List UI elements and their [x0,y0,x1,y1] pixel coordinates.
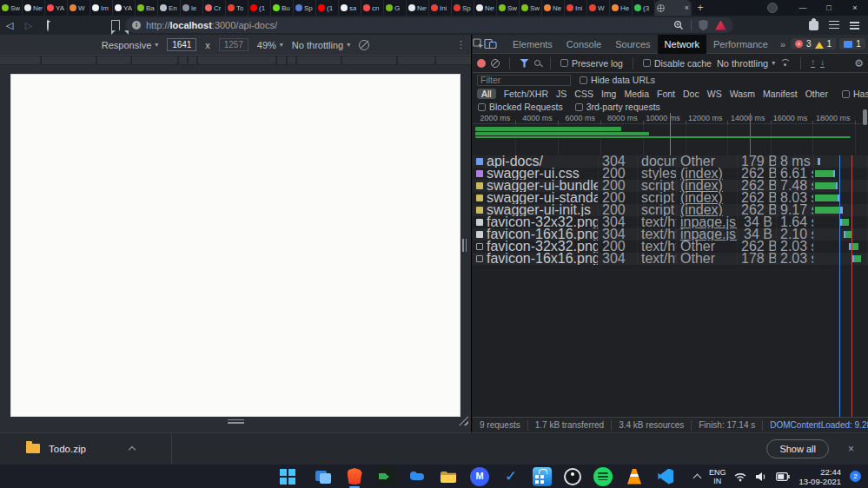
devtools-tab[interactable]: Network [658,35,706,54]
bookmark-icon[interactable] [111,20,120,30]
browser-tab[interactable]: Ini [429,0,452,16]
device-mode-select[interactable]: Responsive▾ [102,40,159,50]
console-status-badges[interactable]: × 3 1 [791,38,836,49]
forward-button[interactable]: ▷ [19,20,38,31]
browser-tab[interactable]: Ba [136,0,158,16]
throttling-select[interactable]: No throttling▾ [292,40,350,50]
resource-filter-chip[interactable]: All [477,89,496,99]
maximize-button[interactable]: □ [816,0,842,16]
network-conditions-icon[interactable] [780,59,791,67]
request-initiator-cell[interactable]: (index) [677,192,738,204]
export-har-icon[interactable]: ↓ [820,58,825,68]
browser-tab[interactable]: Cr [203,0,226,16]
resource-filter-chip[interactable]: Font [657,89,675,99]
reload-button[interactable] [38,20,57,30]
url-text[interactable]: http://localhost:3000/api-docs/ [146,20,668,30]
resource-filter-chip[interactable]: Manifest [763,89,798,99]
filter-funnel-icon[interactable] [520,59,529,68]
request-initiator-cell[interactable]: Other [677,155,738,168]
has-blocked-cookies-checkbox[interactable]: Has blocked cookies [842,89,868,99]
menu-icon[interactable] [850,22,859,30]
download-item[interactable]: Todo.zip [0,433,147,464]
table-row[interactable]: favicon-16x16.png 304 text/html inpage.j… [473,228,868,241]
network-throttling-select[interactable]: No throttling▾ [717,58,775,69]
todo-icon[interactable]: ✓ [501,467,520,486]
initiator-link[interactable]: Other [680,155,715,168]
meet-icon[interactable] [376,467,395,486]
browser-tab[interactable]: sa [339,0,361,16]
initiator-link[interactable]: (index) [680,168,723,180]
browser-tab[interactable]: YA [113,0,136,16]
table-row[interactable]: swagger-ui-standalone-preset.js 200 scri… [473,192,868,204]
battery-icon[interactable] [776,472,790,481]
resource-filter-chip[interactable]: Img [601,89,617,99]
initiator-link[interactable]: inpage.js:1 [680,228,738,241]
request-name-cell[interactable]: favicon-16x16.png [473,228,599,241]
resource-filter-chip[interactable]: Media [624,89,649,99]
chevron-up-icon[interactable] [129,446,136,453]
browser-tab[interactable]: (1 [248,0,271,16]
request-name-cell[interactable]: swagger-ui-standalone-preset.js [473,192,599,204]
timer-icon[interactable] [564,468,581,485]
back-button[interactable]: ◁ [0,20,19,31]
table-row[interactable]: swagger-ui-init.js 200 script (index) 26… [473,204,868,216]
inspect-icon[interactable] [473,38,484,49]
request-waterfall-cell[interactable] [814,180,868,192]
browser-tab[interactable]: W [68,0,90,16]
devtools-tab[interactable]: Console [560,35,608,54]
browser-tab[interactable]: YA [45,0,68,16]
language-indicator[interactable]: ENGIN [709,468,726,485]
request-initiator-cell[interactable]: (index) [677,204,738,216]
brave-rewards-icon[interactable] [715,21,726,30]
address-bar[interactable]: i http://localhost:3000/api-docs/ [125,17,733,33]
initiator-link[interactable]: (index) [680,192,723,204]
spotify-icon[interactable] [593,467,613,486]
minimize-button[interactable]: — [790,0,816,16]
devtools-tab[interactable]: Elements [506,35,560,54]
browser-tab[interactable]: To [226,0,248,16]
browser-tab[interactable]: Sw [497,0,520,16]
request-name-cell[interactable]: swagger-ui-init.js [473,204,599,216]
request-name-cell[interactable]: swagger-ui.css [473,168,599,180]
store-icon[interactable] [533,467,552,486]
request-waterfall-cell[interactable] [814,253,868,265]
request-waterfall-cell[interactable] [814,155,868,168]
devtools-tab[interactable]: Performance [706,35,775,54]
resource-filter-chip[interactable]: Doc [683,89,699,99]
request-name-cell[interactable]: api-docs/ [473,155,599,168]
browser-tab[interactable]: Sp [294,0,316,16]
initiator-link[interactable]: (index) [680,180,723,192]
browser-tab[interactable]: le [181,0,203,16]
browser-tab[interactable]: cn [361,0,384,16]
initiator-link[interactable]: inpage.js:1 [680,216,738,228]
request-name-cell[interactable]: favicon-32x32.png [473,216,599,228]
viewport-height-input[interactable] [219,38,248,51]
emulated-page[interactable] [10,74,461,417]
search-icon[interactable] [534,60,540,66]
table-row[interactable]: swagger-ui-bundle.js 200 script (index) … [473,180,868,192]
request-initiator-cell[interactable]: inpage.js:1 [677,228,738,241]
request-name-cell[interactable]: favicon-32x32.png [473,241,599,253]
volume-icon[interactable] [755,472,767,482]
resource-filter-chip[interactable]: CSS [574,89,593,99]
request-waterfall-cell[interactable] [814,168,868,180]
show-all-button[interactable]: Show all [766,439,829,458]
resource-filter-chip[interactable]: Other [805,89,828,99]
viewport-resize-corner[interactable] [459,416,468,425]
browser-tab[interactable]: New Ta [23,0,45,16]
browser-tab[interactable]: Ne [542,0,565,16]
device-toolbar-toggle-icon[interactable] [484,38,497,49]
new-tab-button[interactable]: + [692,0,709,16]
download-bar-close-icon[interactable]: × [848,443,854,455]
scrollbar-thumb[interactable] [863,109,867,125]
notification-badge[interactable]: 2 [850,471,861,482]
brave-shield-icon[interactable] [699,20,708,31]
request-initiator-cell[interactable]: Other [677,253,738,265]
hide-data-urls-checkbox[interactable]: Hide data URLs [580,75,655,85]
viewport-width-input[interactable] [167,38,196,51]
viewport-resize-handle-bottom[interactable] [228,419,244,424]
browser-tab[interactable]: He [610,0,633,16]
resource-filter-chip[interactable]: Fetch/XHR [504,89,548,99]
initiator-link[interactable]: Other [680,241,715,253]
request-waterfall-cell[interactable] [814,192,868,204]
